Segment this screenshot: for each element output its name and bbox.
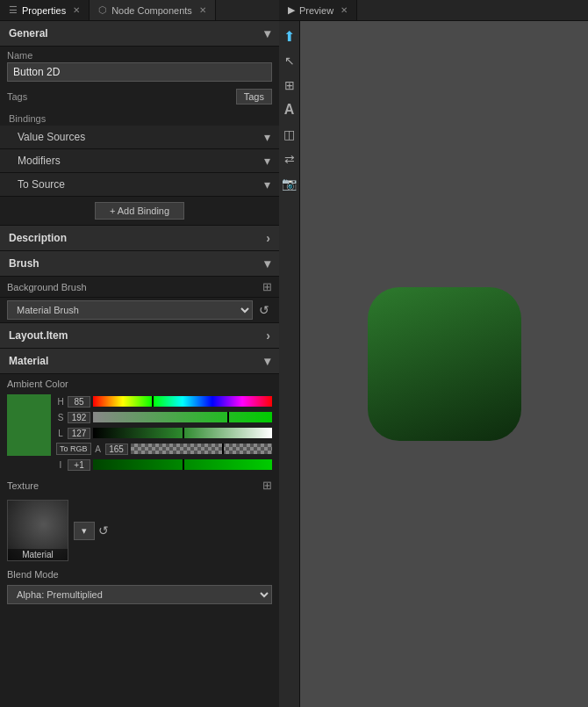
- tab-node-components-label: Node Components: [111, 5, 192, 16]
- preview-canvas: [300, 21, 588, 707]
- sat-slider-row: S 192: [56, 410, 272, 424]
- hue-value[interactable]: 85: [68, 396, 90, 408]
- name-input[interactable]: [7, 62, 272, 82]
- alpha-label: A: [94, 444, 103, 454]
- intensity-thumb: [183, 459, 184, 470]
- tab-node-components-close[interactable]: ✕: [199, 5, 206, 15]
- general-section-header[interactable]: General ▾: [0, 21, 279, 47]
- blend-select-row: Alpha: Premultiplied: [0, 582, 279, 610]
- tool-camera[interactable]: 📷: [280, 174, 299, 193]
- tab-properties-close[interactable]: ✕: [73, 5, 80, 15]
- general-label: General: [9, 27, 48, 40]
- tab-properties[interactable]: ☰ Properties ✕: [0, 0, 90, 20]
- preview-tab-label: Preview: [299, 5, 333, 16]
- node-components-icon: ⬡: [98, 4, 107, 16]
- general-chevron: ▾: [264, 26, 270, 40]
- color-display-row: H 85 S 192 L 127: [0, 392, 279, 474]
- brush-chevron: ▾: [264, 256, 270, 271]
- tool-layers[interactable]: ◫: [280, 125, 299, 144]
- to-rgb-button[interactable]: To RGB: [56, 443, 91, 455]
- to-source-header[interactable]: To Source ▾: [0, 173, 279, 197]
- material-chevron: ▾: [264, 354, 270, 368]
- bg-brush-label: Background Brush: [7, 282, 87, 292]
- preview-tab-bar: ▶ Preview ✕: [279, 0, 588, 21]
- tags-row: Tags Tags: [0, 85, 279, 110]
- lum-slider-row: L 127: [56, 426, 272, 440]
- material-label: Material: [9, 355, 48, 367]
- name-field-row: Name: [0, 47, 279, 85]
- texture-dropdown-button[interactable]: ▾: [74, 522, 95, 540]
- intensity-slider[interactable]: [93, 459, 272, 470]
- lum-slider[interactable]: [93, 428, 272, 438]
- layout-item-label: Layout.Item: [9, 329, 68, 342]
- tab-node-components[interactable]: ⬡ Node Components ✕: [90, 0, 216, 20]
- tags-button[interactable]: Tags: [236, 89, 272, 105]
- tab-bar: ☰ Properties ✕ ⬡ Node Components ✕: [0, 0, 279, 21]
- lum-value[interactable]: 127: [68, 428, 90, 439]
- bg-brush-select[interactable]: Material Brush: [7, 300, 253, 320]
- texture-label: Texture: [7, 480, 39, 491]
- intensity-value[interactable]: +1: [68, 459, 90, 471]
- to-source-label: To Source: [18, 178, 65, 191]
- tool-text[interactable]: A: [280, 100, 299, 119]
- texture-name: Material: [8, 549, 68, 560]
- description-arrow: ›: [266, 231, 270, 245]
- lum-label: L: [56, 429, 65, 438]
- brush-section-header[interactable]: Brush ▾: [0, 251, 279, 277]
- bindings-label: Bindings: [0, 110, 279, 126]
- value-sources-label: Value Sources: [18, 131, 85, 143]
- tab-properties-label: Properties: [22, 5, 66, 16]
- texture-reset-button[interactable]: ↺: [98, 522, 109, 540]
- properties-icon: ☰: [9, 4, 18, 16]
- texture-header: Texture ⊞: [0, 474, 279, 496]
- tool-select[interactable]: ↖: [280, 51, 299, 70]
- blend-mode-select[interactable]: Alpha: Premultiplied: [7, 585, 272, 604]
- brush-reset-button[interactable]: ↺: [256, 303, 272, 317]
- preview-rounded-rect: [368, 287, 521, 441]
- texture-grid-icon: ⊞: [262, 479, 272, 492]
- alpha-slider[interactable]: [131, 444, 272, 454]
- modifiers-header[interactable]: Modifiers ▾: [0, 149, 279, 173]
- description-section-header[interactable]: Description ›: [0, 226, 279, 251]
- texture-controls: ▾ ↺: [74, 522, 109, 540]
- preview-tab-icon: ▶: [288, 4, 295, 16]
- add-binding-button[interactable]: + Add Binding: [95, 202, 184, 220]
- tab-preview[interactable]: ▶ Preview ✕: [279, 0, 357, 20]
- intensity-label: I: [56, 460, 65, 470]
- layout-item-section-header[interactable]: Layout.Item ›: [0, 323, 279, 349]
- sat-slider[interactable]: [93, 412, 272, 422]
- hue-thumb: [152, 396, 154, 407]
- color-swatch[interactable]: [7, 394, 51, 456]
- ambient-color-label: Ambient Color: [0, 374, 279, 392]
- preview-tools: ⬆ ↖ ⊞ A ◫ ⇄ 📷: [279, 21, 300, 707]
- tool-grid[interactable]: ⊞: [280, 76, 299, 95]
- right-panel: ▶ Preview ✕ ⬆ ↖ ⊞ A ◫ ⇄ 📷: [279, 0, 588, 707]
- value-sources-header[interactable]: Value Sources ▾: [0, 126, 279, 149]
- alpha-thumb: [222, 444, 224, 454]
- modifiers-label: Modifiers: [18, 155, 61, 167]
- alpha-value[interactable]: 165: [105, 444, 128, 455]
- tags-label: Tags: [7, 91, 27, 102]
- bg-brush-icon: ⊞: [262, 280, 272, 293]
- preview-content: ⬆ ↖ ⊞ A ◫ ⇄ 📷: [279, 21, 588, 707]
- texture-area: Material ▾ ↺: [0, 496, 279, 565]
- blend-mode-label: Blend Mode: [0, 565, 279, 582]
- color-sliders: H 85 S 192 L 127: [56, 394, 272, 472]
- tool-cursor[interactable]: ⬆: [280, 26, 299, 46]
- hue-label: H: [56, 397, 65, 407]
- tool-share[interactable]: ⇄: [280, 149, 299, 169]
- value-sources-chevron: ▾: [264, 130, 270, 144]
- description-label: Description: [9, 232, 67, 244]
- hue-slider[interactable]: [93, 396, 272, 407]
- texture-btn-row: ▾ ↺: [74, 522, 109, 540]
- sat-value[interactable]: 192: [68, 412, 90, 423]
- hue-slider-row: H 85: [56, 394, 272, 408]
- bg-brush-header: Background Brush ⊞: [0, 277, 279, 298]
- to-source-chevron: ▾: [264, 177, 270, 191]
- preview-tab-close[interactable]: ✕: [341, 5, 348, 15]
- material-section-header[interactable]: Material ▾: [0, 349, 279, 374]
- sat-thumb: [227, 412, 229, 422]
- texture-thumbnail[interactable]: Material: [7, 500, 68, 561]
- brush-label: Brush: [9, 257, 39, 270]
- layout-item-arrow: ›: [266, 328, 270, 343]
